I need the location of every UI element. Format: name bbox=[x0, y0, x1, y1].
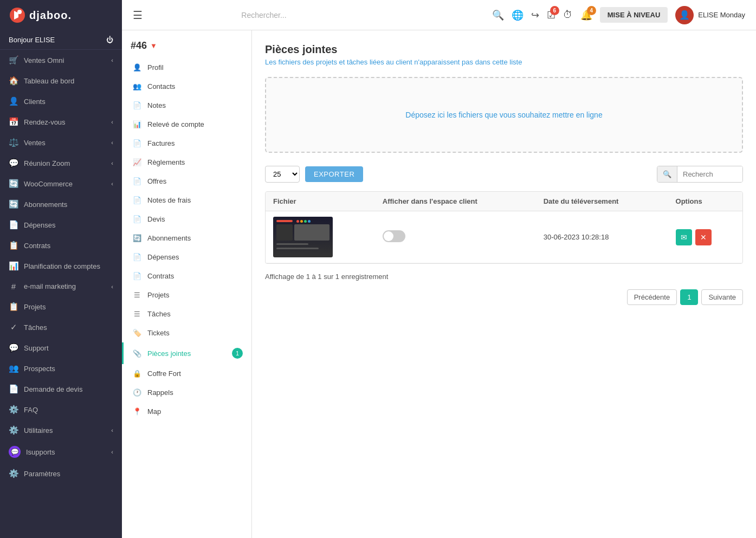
client-nav-abonnements[interactable]: 🔄 Abonnements bbox=[122, 229, 251, 248]
client-nav-label: Map bbox=[147, 407, 161, 416]
faq-icon: ⚙️ bbox=[9, 405, 18, 414]
client-nav-releve-compte[interactable]: 📊 Relevé de compte bbox=[122, 115, 251, 134]
next-page-button[interactable]: Suivante bbox=[701, 289, 743, 305]
client-nav-tickets[interactable]: 🏷️ Tickets bbox=[122, 323, 251, 342]
ticket-icon: 🏷️ bbox=[132, 329, 142, 337]
sidebar-item-label: Utilitaires bbox=[24, 426, 53, 435]
delete-button[interactable]: ✕ bbox=[695, 229, 712, 245]
payment-icon: 📈 bbox=[132, 158, 142, 166]
sidebar-item-projets[interactable]: 📋 Projets bbox=[0, 296, 122, 317]
sidebar-item-clients[interactable]: 👤 Clients bbox=[0, 91, 122, 112]
sidebar-user-row[interactable]: Bonjour ELISE ⏻ bbox=[0, 30, 122, 50]
sidebar-item-ventes[interactable]: ⚖️ Ventes ‹ bbox=[0, 132, 122, 153]
client-nav-profil[interactable]: 👤 Profil bbox=[122, 58, 251, 77]
clock-icon[interactable]: ⏱ bbox=[563, 9, 573, 21]
client-nav-label: Relevé de compte bbox=[147, 120, 204, 128]
power-icon[interactable]: ⏻ bbox=[106, 36, 113, 44]
client-nav-coffre-fort[interactable]: 🔒 Coffre Fort bbox=[122, 364, 251, 383]
client-nav-contrats[interactable]: 📄 Contrats bbox=[122, 267, 251, 286]
client-nav-pieces-jointes[interactable]: 📎 Pièces jointes 1 bbox=[122, 342, 251, 364]
cont-icon: 📄 bbox=[132, 272, 142, 280]
bell-icon[interactable]: 🔔 4 bbox=[580, 9, 592, 21]
per-page-select[interactable]: 25 50 100 bbox=[265, 166, 300, 183]
space-client-toggle[interactable] bbox=[383, 230, 405, 242]
sidebar-item-tableau-de-bord[interactable]: 🏠 Tableau de bord bbox=[0, 70, 122, 91]
page-1-button[interactable]: 1 bbox=[680, 289, 698, 305]
client-nav-contacts[interactable]: 👥 Contacts bbox=[122, 77, 251, 96]
chart-icon: 📊 bbox=[9, 261, 18, 271]
share-icon[interactable]: ↪ bbox=[531, 9, 539, 21]
sidebar-item-label: Demande de devis bbox=[24, 385, 82, 393]
sidebar-item-email-marketing[interactable]: # e-mail marketing ‹ bbox=[0, 276, 122, 296]
project-icon: 📋 bbox=[9, 302, 18, 312]
map-icon: 📍 bbox=[132, 407, 142, 416]
client-nav-notes-frais[interactable]: 📄 Notes de frais bbox=[122, 191, 251, 210]
hamburger-icon[interactable]: ☰ bbox=[133, 9, 143, 22]
client-nav-depenses[interactable]: 📄 Dépenses bbox=[122, 248, 251, 267]
sidebar-item-isupports[interactable]: 💬 Isupports ‹ bbox=[0, 440, 122, 463]
client-nav-rappels[interactable]: 🕐 Rappels bbox=[122, 383, 251, 402]
client-nav-map[interactable]: 📍 Map bbox=[122, 402, 251, 421]
globe-icon[interactable]: 🌐 bbox=[512, 9, 524, 21]
client-nav-devis[interactable]: 📄 Devis bbox=[122, 210, 251, 229]
topbar-icons: 🔍 🌐 ↪ ☑ 6 ⏱ 🔔 4 MISE À NIVEAU 👤 ELISE Mo… bbox=[492, 6, 745, 24]
chevron-icon: ‹ bbox=[111, 283, 113, 290]
user-avatar: 👤 bbox=[675, 6, 694, 24]
notifications-icon[interactable]: ☑ 6 bbox=[547, 9, 555, 21]
sidebar-item-label: Dépenses bbox=[24, 221, 56, 229]
prev-page-button[interactable]: Précédente bbox=[627, 289, 677, 305]
sidebar-item-support[interactable]: 💬 Support bbox=[0, 338, 122, 358]
sidebar-item-label: Ventes bbox=[24, 139, 46, 147]
task-icon: ✓ bbox=[9, 322, 18, 332]
client-nav-reglements[interactable]: 📈 Règlements bbox=[122, 153, 251, 172]
sidebar-item-taches[interactable]: ✓ Tâches bbox=[0, 317, 122, 338]
chevron-icon: ‹ bbox=[111, 57, 113, 63]
sidebar-item-label: Contrats bbox=[24, 242, 50, 250]
offers-icon: 📄 bbox=[132, 177, 142, 185]
sidebar-item-rendez-vous[interactable]: 📅 Rendez-vous ‹ bbox=[0, 112, 122, 132]
download-button[interactable]: ✉ bbox=[676, 229, 692, 245]
client-nav-notes[interactable]: 📄 Notes bbox=[122, 96, 251, 115]
sidebar-item-depenses[interactable]: 📄 Dépenses bbox=[0, 215, 122, 235]
client-nav-factures[interactable]: 📄 Factures bbox=[122, 134, 251, 153]
upgrade-button[interactable]: MISE À NIVEAU bbox=[600, 7, 668, 23]
export-button[interactable]: EXPORTER bbox=[305, 166, 363, 182]
util-icon: ⚙️ bbox=[9, 425, 18, 435]
dropdown-arrow-icon[interactable]: ▼ bbox=[150, 42, 157, 50]
sidebar-item-utilitaires[interactable]: ⚙️ Utilitaires ‹ bbox=[0, 420, 122, 440]
search-icon[interactable]: 🔍 bbox=[492, 9, 504, 21]
quote-icon: 📄 bbox=[132, 215, 142, 223]
thumb-row-2 bbox=[276, 224, 329, 241]
sidebar-item-demande-devis[interactable]: 📄 Demande de devis bbox=[0, 379, 122, 399]
sidebar-item-planification[interactable]: 📊 Planification de comptes bbox=[0, 256, 122, 276]
col-fichier: Fichier bbox=[266, 192, 375, 211]
toggle-slider bbox=[383, 230, 405, 242]
client-nav-taches[interactable]: ☰ Tâches bbox=[122, 304, 251, 323]
invoice-icon: 📄 bbox=[132, 139, 142, 147]
table-row: 30-06-2023 10:28:18 ✉ ✕ bbox=[266, 211, 742, 263]
sidebar-item-abonnements[interactable]: 🔄 Abonnements bbox=[0, 194, 122, 215]
sidebar-item-reunion-zoom[interactable]: 💬 Réunion Zoom ‹ bbox=[0, 153, 122, 173]
client-nav-label: Pièces jointes bbox=[147, 349, 191, 358]
sidebar-item-label: Isupports bbox=[26, 448, 55, 456]
notifications-badge: 6 bbox=[550, 6, 559, 15]
sidebar-item-label: Clients bbox=[24, 98, 46, 106]
client-nav-offres[interactable]: 📄 Offres bbox=[122, 172, 251, 191]
cart-icon: 🛒 bbox=[9, 55, 18, 65]
sidebar-item-ventes-omni[interactable]: 🛒 Ventes Omni ‹ bbox=[0, 50, 122, 70]
sidebar-item-contrats[interactable]: 📋 Contrats bbox=[0, 235, 122, 256]
sidebar: djaboo. Bonjour ELISE ⏻ 🛒 Ventes Omni ‹ … bbox=[0, 0, 122, 538]
toggle-cell bbox=[375, 211, 536, 263]
user-info[interactable]: 👤 ELISE Monday bbox=[675, 6, 745, 24]
drop-zone[interactable]: Déposez ici les fichiers que vous souhai… bbox=[265, 77, 743, 153]
sidebar-item-parametres[interactable]: ⚙️ Paramètres bbox=[0, 463, 122, 484]
client-nav-projets[interactable]: ☰ Projets bbox=[122, 286, 251, 304]
logo-icon bbox=[9, 7, 26, 24]
file-thumbnail[interactable] bbox=[273, 217, 333, 257]
attachment-icon: 📎 bbox=[132, 349, 142, 358]
sidebar-item-woocommerce[interactable]: 🔄 WooCommerce ‹ bbox=[0, 173, 122, 194]
search-input[interactable] bbox=[677, 166, 742, 182]
chat-bubble-icon: 💬 bbox=[9, 446, 21, 458]
sidebar-item-prospects[interactable]: 👥 Prospects bbox=[0, 358, 122, 379]
sidebar-item-faq[interactable]: ⚙️ FAQ bbox=[0, 399, 122, 420]
